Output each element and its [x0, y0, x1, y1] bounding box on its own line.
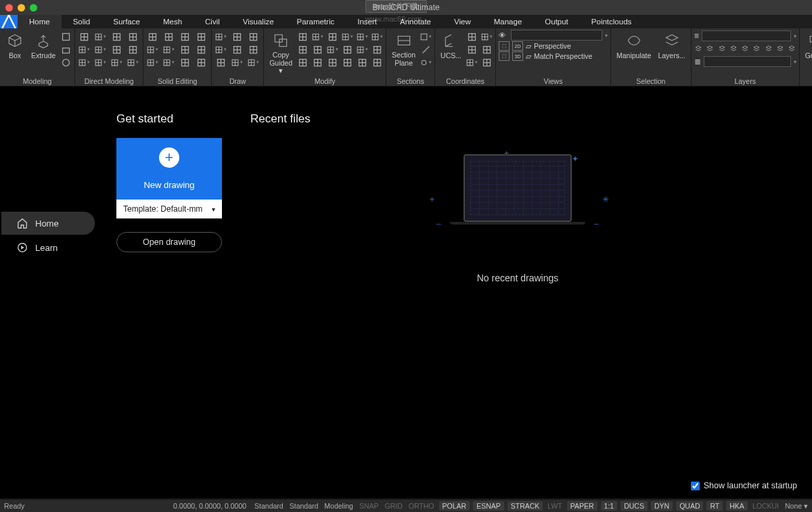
sections-small-3[interactable] — [420, 57, 432, 68]
tab-solid[interactable]: Solid — [62, 15, 102, 28]
box-button[interactable]: Box — [3, 30, 27, 61]
status-toggle-snap[interactable]: SNAP — [358, 502, 380, 510]
mod-grid-icon-14[interactable] — [326, 57, 338, 68]
view-combo-top[interactable] — [511, 30, 602, 41]
mod-grid-icon-5[interactable] — [371, 31, 383, 42]
layer-combo-top[interactable] — [702, 30, 791, 41]
coord-grid-icon-0[interactable] — [466, 31, 478, 42]
layer-state-icon[interactable]: ≡ — [694, 31, 699, 41]
mod-grid-icon-17[interactable] — [371, 57, 383, 68]
se-grid-icon-3[interactable] — [195, 31, 207, 42]
status-toggle-strack[interactable]: STRACK — [508, 501, 543, 511]
mod-grid-icon-0[interactable] — [296, 31, 309, 42]
mod-grid-icon-7[interactable] — [311, 44, 323, 55]
draw-grid-icon-5[interactable] — [247, 44, 259, 55]
perspective-label[interactable]: Perspective — [534, 42, 571, 50]
sidebar-item-learn[interactable]: Learn — [1, 236, 95, 259]
mod-grid-icon-6[interactable] — [296, 44, 309, 55]
modeling-smallicon-2[interactable] — [60, 44, 72, 55]
layers-button[interactable]: Layers... — [655, 30, 687, 61]
se-grid-icon-11[interactable] — [195, 57, 207, 68]
mod-grid-icon-10[interactable] — [356, 44, 368, 55]
mod-grid-icon-2[interactable] — [326, 31, 338, 42]
tab-manage[interactable]: Manage — [482, 15, 534, 28]
tab-home[interactable]: Home — [18, 15, 62, 28]
dm-grid-icon-10[interactable] — [110, 57, 122, 68]
layer-tool-2[interactable] — [717, 44, 726, 53]
dm-grid-icon-9[interactable] — [94, 57, 106, 68]
tab-surface[interactable]: Surface — [102, 15, 152, 28]
status-toggle-1:1[interactable]: 1:1 — [601, 501, 618, 511]
status-toggle-hka[interactable]: HKA — [726, 501, 748, 511]
layer-tool-1[interactable] — [706, 44, 715, 53]
status-toggle-quad[interactable]: QUAD — [676, 501, 703, 511]
mod-grid-icon-8[interactable] — [326, 44, 338, 55]
se-grid-icon-2[interactable] — [179, 31, 191, 42]
tab-visualize[interactable]: Visualize — [231, 15, 286, 28]
layer-tool-0[interactable] — [694, 44, 703, 53]
status-toggle-rt[interactable]: RT — [706, 501, 723, 511]
app-icon[interactable] — [0, 15, 18, 28]
extrude-button[interactable]: Extrude — [28, 30, 58, 61]
status-toggle-esnap[interactable]: ESNAP — [473, 501, 504, 511]
se-grid-icon-1[interactable] — [162, 31, 175, 42]
se-grid-icon-5[interactable] — [162, 44, 175, 55]
copy-guided-button[interactable]: Copy Guided ▾ — [267, 30, 295, 76]
status-toggle-polar[interactable]: POLAR — [439, 501, 470, 511]
status-toggle-ducs[interactable]: DUCS — [621, 501, 648, 511]
dm-grid-icon-0[interactable] — [78, 31, 90, 42]
status-toggle-dyn[interactable]: DYN — [651, 501, 673, 511]
draw-grid-icon-6[interactable] — [215, 57, 227, 68]
dm-grid-icon-2[interactable] — [110, 31, 122, 42]
layer-tool-4[interactable] — [741, 44, 750, 53]
draw-grid-icon-2[interactable] — [247, 31, 259, 42]
mod-grid-icon-13[interactable] — [311, 57, 323, 68]
dm-grid-icon-6[interactable] — [110, 44, 122, 55]
draw-grid-icon-4[interactable] — [231, 44, 243, 55]
coord-grid-icon-1[interactable] — [480, 31, 493, 42]
draw-grid-icon-3[interactable] — [215, 44, 227, 55]
status-toggle-lwt[interactable]: LWT — [546, 502, 563, 510]
manipulate-button[interactable]: Manipulate — [614, 30, 654, 61]
se-grid-icon-10[interactable] — [179, 57, 191, 68]
status-units[interactable]: None ▾ — [784, 502, 809, 510]
draw-grid-icon-8[interactable] — [247, 57, 259, 68]
dm-grid-icon-1[interactable] — [94, 31, 106, 42]
draw-grid-icon-7[interactable] — [231, 57, 243, 68]
coord-grid-icon-5[interactable] — [480, 57, 493, 68]
draw-grid-icon-0[interactable] — [215, 31, 227, 42]
se-grid-icon-0[interactable] — [146, 31, 158, 42]
dm-grid-icon-7[interactable] — [127, 44, 139, 55]
mod-grid-icon-15[interactable] — [341, 57, 353, 68]
close-button[interactable] — [5, 4, 13, 11]
mod-grid-icon-1[interactable] — [311, 31, 323, 42]
status-toggle-lockui[interactable]: LOCKUI — [751, 502, 780, 510]
modeling-smallicon-3[interactable] — [60, 57, 72, 68]
mod-grid-icon-12[interactable] — [296, 57, 309, 68]
se-grid-icon-9[interactable] — [162, 57, 175, 68]
status-workspace[interactable]: Modeling — [323, 502, 355, 510]
ucs-button[interactable]: UCS... — [438, 30, 464, 61]
layer-combo-bottom[interactable] — [704, 56, 791, 67]
dm-grid-icon-8[interactable] — [78, 57, 90, 68]
sidebar-item-home[interactable]: Home — [1, 212, 95, 235]
status-std2[interactable]: Standard — [288, 502, 320, 510]
status-toggle-ortho[interactable]: ORTHO — [407, 502, 436, 510]
se-grid-icon-6[interactable] — [179, 44, 191, 55]
match-perspective-label[interactable]: Match Perspective — [534, 52, 592, 60]
status-toggle-grid[interactable]: GRID — [384, 502, 404, 510]
groups-button[interactable]: Groups — [803, 30, 812, 61]
layer-tool-8[interactable] — [787, 44, 796, 53]
layer-tool-6[interactable] — [764, 44, 773, 53]
draw-grid-icon-1[interactable] — [231, 31, 243, 42]
layer-match-icon[interactable]: ≣ — [694, 57, 701, 66]
tab-mesh[interactable]: Mesh — [152, 15, 194, 28]
show-launcher-checkbox[interactable]: Show launcher at startup — [691, 481, 797, 490]
view-2d-1[interactable]: ⬚ — [499, 41, 510, 51]
minimize-button[interactable] — [18, 4, 25, 11]
new-drawing-card[interactable]: + New drawing — [116, 138, 222, 200]
view-3d-badge[interactable]: 3D — [512, 51, 523, 61]
layer-tool-5[interactable] — [752, 44, 761, 53]
open-drawing-button[interactable]: Open drawing — [116, 232, 222, 252]
section-plane-button[interactable]: Section Plane — [389, 30, 418, 68]
